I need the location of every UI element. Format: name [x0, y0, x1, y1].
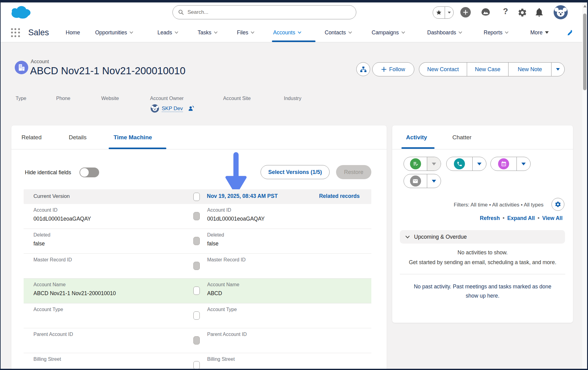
- hierarchy-icon: [360, 66, 367, 73]
- help-icon[interactable]: ?: [503, 7, 508, 16]
- active-nav-underline: [272, 40, 315, 42]
- row-checkbox[interactable]: [193, 287, 200, 295]
- version-value: false: [207, 241, 219, 247]
- nav-item-accounts[interactable]: Accounts: [273, 23, 301, 42]
- more-actions-dropdown[interactable]: [551, 62, 565, 76]
- view-hierarchy-button[interactable]: [356, 62, 370, 76]
- global-search[interactable]: [172, 5, 356, 19]
- chevron-down-icon: [401, 31, 405, 34]
- nav-item-files[interactable]: Files: [237, 23, 254, 42]
- follow-button[interactable]: Follow: [372, 62, 414, 76]
- nav-item-opportunities[interactable]: Opportunities: [95, 23, 133, 42]
- nav-item-campaigns[interactable]: Campaigns: [372, 23, 405, 42]
- log-call-button-group[interactable]: [446, 157, 486, 171]
- nav-item-dashboards[interactable]: Dashboards: [427, 23, 462, 42]
- restore-button[interactable]: Restore: [336, 165, 371, 179]
- version-value: 001dL00001eoaGAQAY: [207, 216, 265, 222]
- app-name: Sales: [28, 23, 49, 42]
- favorite-star-icon[interactable]: [433, 7, 445, 18]
- tab-time-machine[interactable]: Time Machine: [114, 125, 152, 149]
- change-owner-icon[interactable]: [188, 105, 194, 112]
- page-title: ABCD Nov21-1 Nov21-200010010: [30, 65, 185, 77]
- new-case-button[interactable]: New Case: [467, 62, 508, 76]
- field-label: Account Name: [33, 282, 66, 287]
- tab-details[interactable]: Details: [69, 125, 87, 149]
- table-row-account-name-changed: Account Name ABCD Nov21-1 Nov21-20001001…: [24, 279, 371, 303]
- tab-activity[interactable]: Activity: [406, 125, 427, 149]
- edit-pencil-icon[interactable]: [567, 30, 573, 37]
- no-past-activity-text: No past activity. Past meetings and task…: [409, 282, 556, 300]
- refresh-link[interactable]: Refresh: [480, 215, 500, 222]
- nav-item-home[interactable]: Home: [66, 23, 80, 42]
- email-dropdown[interactable]: [427, 174, 441, 188]
- global-actions-button[interactable]: [460, 7, 471, 17]
- hide-identical-fields-toggle[interactable]: [79, 168, 99, 177]
- email-button[interactable]: [404, 174, 427, 188]
- email-icon: [410, 175, 421, 187]
- app-launcher-icon[interactable]: [11, 28, 20, 37]
- new-event-button-group[interactable]: [490, 157, 531, 171]
- current-version-header: Current Version: [33, 193, 70, 199]
- table-row-master-record-id: Master Record ID Master Record ID: [24, 254, 371, 279]
- row-checkbox: [193, 212, 200, 220]
- new-note-button[interactable]: New Note: [508, 62, 551, 76]
- field-label: Account Type: [207, 307, 237, 312]
- version-select-all-checkbox[interactable]: [193, 193, 200, 201]
- notifications-bell-icon[interactable]: [534, 7, 544, 17]
- nav-item-contacts[interactable]: Contacts: [325, 23, 352, 42]
- row-checkbox: [193, 336, 200, 345]
- favorites-dropdown[interactable]: [445, 7, 453, 18]
- field-label: Account Name: [207, 282, 239, 287]
- scrollbar-thumb[interactable]: [583, 13, 586, 90]
- new-task-button[interactable]: [404, 157, 427, 171]
- tab-chatter[interactable]: Chatter: [452, 125, 471, 149]
- scrollbar-up-arrow[interactable]: [583, 5, 586, 7]
- new-contact-button[interactable]: New Contact: [419, 62, 467, 76]
- email-button-group[interactable]: [404, 174, 441, 188]
- new-task-button-group[interactable]: [404, 157, 441, 171]
- search-input[interactable]: [187, 9, 350, 16]
- tab-related[interactable]: Related: [21, 125, 42, 149]
- separator-dot: •: [503, 215, 505, 222]
- account-entity-icon: [15, 61, 28, 74]
- selection-pointer-arrow: [224, 152, 248, 195]
- plus-icon: [463, 10, 468, 15]
- favorites-button[interactable]: [433, 6, 454, 19]
- nav-item-more[interactable]: More: [530, 23, 549, 42]
- current-value: 001dL00001eoaGAQAY: [33, 216, 91, 222]
- owner-link[interactable]: SKP Dev: [162, 106, 183, 112]
- table-row-account-id: Account ID 001dL00001eoaGAQAY Account ID…: [24, 204, 371, 229]
- no-activities-text: No activities to show.: [392, 249, 573, 256]
- nav-item-tasks[interactable]: Tasks: [198, 23, 218, 42]
- trailhead-icon[interactable]: [481, 7, 491, 17]
- expand-all-link[interactable]: Expand All: [507, 215, 535, 222]
- version-date-link[interactable]: Nov 19, 2025, 08:43 AM PST: [207, 193, 278, 199]
- nav-item-reports[interactable]: Reports: [484, 23, 509, 42]
- nav-item-leads[interactable]: Leads: [157, 23, 178, 42]
- field-label-type: Type: [16, 96, 26, 101]
- new-task-dropdown[interactable]: [427, 157, 441, 171]
- new-event-button[interactable]: [491, 157, 517, 171]
- salesforce-logo: [9, 4, 34, 20]
- chevron-down-icon: [130, 31, 133, 34]
- related-records-link[interactable]: Related records: [319, 193, 360, 199]
- row-checkbox[interactable]: [193, 311, 200, 320]
- table-row-parent-account-id: Parent Account ID Parent Account ID: [24, 328, 371, 353]
- divider: [400, 274, 565, 274]
- activity-filters-text: Filters: All time • All activities • All…: [454, 202, 544, 208]
- user-avatar[interactable]: [554, 5, 568, 19]
- view-all-link[interactable]: View All: [542, 215, 563, 222]
- upcoming-overdue-section[interactable]: Upcoming & Overdue: [400, 230, 565, 244]
- log-call-button[interactable]: [447, 157, 473, 171]
- current-value: ABCD Nov21-1 Nov21-200010010: [33, 290, 116, 297]
- filter-gear-icon: [555, 201, 561, 208]
- log-call-dropdown[interactable]: [473, 157, 486, 171]
- activity-filters-button[interactable]: [551, 198, 564, 211]
- version-table-header: Current Version Nov 19, 2025, 08:43 AM P…: [24, 189, 371, 204]
- select-versions-button[interactable]: Select Versions (1/5): [261, 165, 330, 179]
- setup-gear-icon[interactable]: [517, 8, 527, 17]
- window-frame-top: [0, 0, 588, 2]
- salesforce-window: ? Sales Home Opportunities Leads Tasks F…: [0, 0, 588, 370]
- new-event-dropdown[interactable]: [517, 157, 530, 171]
- row-checkbox[interactable]: [193, 361, 200, 369]
